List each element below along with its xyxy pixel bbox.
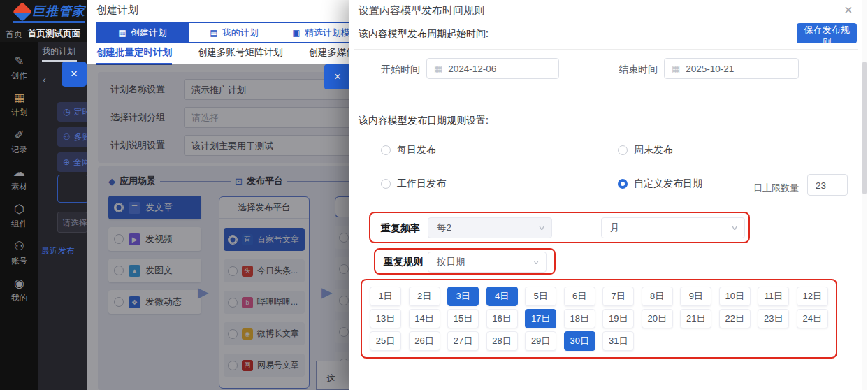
left-sidebar: ✎ 创作 ▦ 计划 ✐ 记录 ☁ 素材 ⬡ 组件 ⚇ 账号 ◉ 我的 (0, 42, 38, 390)
day-button[interactable]: 26日 (409, 331, 440, 351)
tab-label: 创建计划 (131, 27, 167, 39)
day-button[interactable]: 25日 (370, 331, 401, 351)
caret-down-icon: ▾ (77, 30, 80, 38)
rule-radio[interactable]: 工作日发布 (381, 178, 618, 190)
strip-button-icon: ⊕ (63, 157, 70, 167)
day-button[interactable]: 29日 (525, 331, 556, 351)
end-time-label: 结束时间 (619, 64, 658, 76)
day-button[interactable]: 31日 (602, 331, 634, 351)
sidebar-item[interactable]: ⚇ 账号 (0, 240, 38, 266)
day-button[interactable]: 14日 (409, 309, 440, 328)
strip-tab-my-plans[interactable]: 我的计划 (42, 45, 75, 57)
strip-button[interactable]: ◷ 定时 (57, 102, 87, 122)
day-button[interactable]: 4日 (486, 287, 518, 306)
day-button[interactable]: 19日 (602, 309, 634, 328)
back-arrow-icon[interactable]: ‹ (43, 73, 46, 85)
calendar-icon: ▦ (672, 64, 680, 74)
sidebar-item[interactable]: ⬡ 组件 (0, 203, 38, 229)
sidebar-item[interactable]: ▦ 计划 (0, 92, 38, 118)
day-button[interactable]: 5日 (525, 287, 556, 306)
repeat-rule-dropdown[interactable]: 按日期 ∨ (428, 252, 547, 273)
sidebar-item-icon: ✎ (14, 55, 24, 68)
start-date-value: 2024-12-06 (448, 64, 496, 74)
day-button[interactable]: 3日 (447, 287, 479, 306)
end-date-input[interactable]: ▦ 2025-10-21 (664, 58, 799, 79)
radio-icon (618, 179, 628, 189)
day-button[interactable]: 11日 (758, 287, 789, 306)
subtab[interactable]: 创建多账号矩阵计划 (198, 46, 283, 59)
sidebar-item[interactable]: ✐ 记录 (0, 129, 38, 155)
sidebar-item-label: 记录 (11, 145, 27, 155)
radio-icon (381, 145, 391, 155)
cycle-label: 该内容模型发布周期起始时间: (359, 28, 489, 41)
day-button[interactable]: 1日 (370, 287, 401, 306)
tab[interactable]: ▦ 创建计划 (97, 23, 189, 42)
day-button[interactable]: 12日 (797, 287, 828, 306)
radio-icon (381, 179, 391, 189)
sidebar-item[interactable]: ◉ 我的 (0, 277, 38, 303)
subtab[interactable]: 创建多媒体矩阵计划 (309, 46, 350, 59)
day-button[interactable]: 20日 (642, 309, 673, 328)
start-time-label: 开始时间 (381, 64, 420, 76)
day-button[interactable]: 13日 (370, 309, 401, 328)
save-rules-button[interactable]: 保存发布规则 (797, 23, 857, 43)
logo-text: 巨推管家 (32, 3, 85, 20)
day-button[interactable]: 28日 (486, 331, 518, 351)
day-button[interactable]: 8日 (642, 287, 673, 306)
day-button[interactable]: 2日 (409, 287, 440, 306)
day-button[interactable]: 22日 (719, 309, 751, 328)
strip-button[interactable]: ⚇ 多账 (57, 127, 87, 147)
day-button[interactable]: 30日 (564, 331, 595, 351)
day-button[interactable]: 27日 (447, 331, 479, 351)
sidebar-item[interactable]: ☁ 素材 (0, 166, 38, 192)
day-button[interactable]: 21日 (680, 309, 711, 328)
day-button[interactable]: 23日 (758, 309, 789, 328)
strip-button-label: 多账 (74, 131, 87, 143)
nav-test-page[interactable]: 首页测试页面 (28, 28, 80, 40)
strip-select[interactable]: 请选择 (57, 212, 87, 233)
strip-button[interactable]: ⊕ 全网 (57, 152, 87, 172)
sidebar-item-icon: ☁ (13, 166, 25, 180)
tab-icon: ▦ (118, 28, 126, 38)
modal-scrollbar-track[interactable] (862, 0, 867, 390)
strip-button-icon: ⚇ (63, 132, 71, 142)
divider (354, 133, 858, 133)
close-dialog-button[interactable]: × (62, 62, 87, 87)
sidebar-item[interactable]: ✎ 创作 (0, 55, 38, 81)
tab[interactable]: ▤ 我的计划 (189, 23, 280, 42)
rule-radio[interactable]: 每日发布 (381, 144, 618, 157)
tab-label: 我的计划 (222, 27, 259, 39)
day-button[interactable]: 7日 (602, 287, 634, 306)
sidebar-item-icon: ⚇ (14, 240, 24, 254)
day-button[interactable]: 24日 (797, 309, 828, 328)
day-button[interactable]: 18日 (564, 309, 595, 328)
daily-limit-input[interactable]: 23 (807, 174, 848, 196)
tab[interactable]: ▣ 精选计划模板 (280, 23, 349, 42)
rule-radio[interactable]: 周末发布 (618, 144, 702, 157)
start-date-input[interactable]: ▦ 2024-12-06 (426, 58, 559, 79)
repeat-frequency-unit-dropdown[interactable]: 月 ∨ (601, 217, 745, 238)
strip-recent-link[interactable]: 最近发布 (41, 245, 75, 257)
day-button[interactable]: 16日 (486, 309, 518, 328)
modal-scrollbar-thumb[interactable] (862, 62, 867, 194)
day-button[interactable]: 17日 (525, 309, 556, 328)
nav-home[interactable]: 首页 (6, 29, 22, 41)
day-button[interactable]: 15日 (447, 309, 479, 328)
tab-icon: ▣ (292, 28, 300, 38)
repeat-frequency-count-dropdown[interactable]: 每2 ∨ (428, 217, 552, 238)
app-root: 巨推管家 首页 首页测试页面 ▾ ✎ 创作 ▦ 计划 ✐ 记录 ☁ 素材 ⬡ 组… (0, 0, 868, 390)
close-icon[interactable]: × (844, 4, 853, 15)
day-button[interactable]: 9日 (680, 287, 711, 306)
dropdown-value: 月 (610, 222, 620, 234)
repeat-frequency-label: 重复频率 (381, 222, 420, 235)
day-button[interactable]: 10日 (719, 287, 751, 306)
close-inner-dialog-button[interactable]: × (324, 64, 351, 89)
strip-input-box[interactable] (57, 175, 87, 203)
radio-label: 每日发布 (397, 144, 436, 157)
subtab[interactable]: 创建批量定时计划 (96, 46, 172, 59)
day-button[interactable]: 6日 (564, 287, 595, 306)
sidebar-item-icon: ▦ (13, 92, 24, 106)
end-date-value: 2025-10-21 (686, 64, 734, 74)
rule-radio[interactable]: 自定义发布日期 (618, 178, 702, 190)
page-title: 创建计划 (96, 3, 138, 17)
